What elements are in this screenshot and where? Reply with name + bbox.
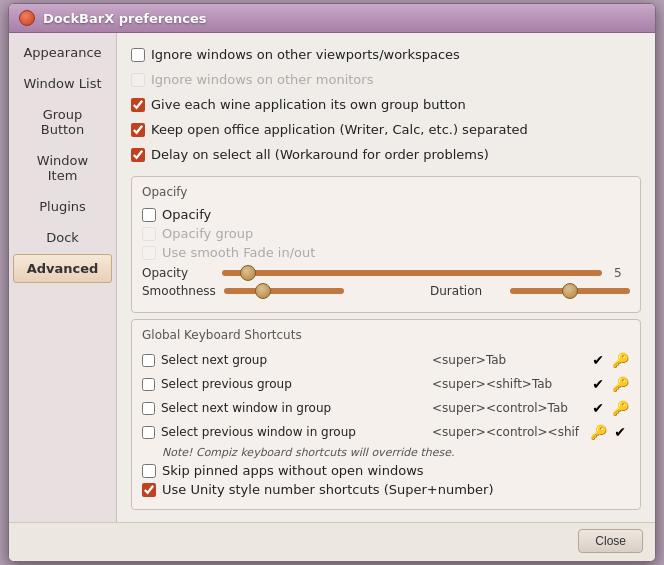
shortcut-key-1: <super><shift>Tab [432, 377, 582, 391]
shortcut-key-icon-3[interactable]: ✔️ [610, 422, 630, 442]
opacify-checkbox[interactable] [142, 208, 156, 222]
shortcut-key-2: <super><control>Tab [432, 401, 582, 415]
shortcut-row-0: Select next group <super>Tab ✔️ 🔑 [142, 348, 630, 372]
window-title: DockBarX preferences [43, 11, 206, 26]
delay-select-label: Delay on select all (Workaround for orde… [151, 147, 489, 162]
titlebar: DockBarX preferences [9, 4, 655, 33]
sidebar-item-window-list[interactable]: Window List [13, 69, 112, 98]
opacify-checkbox-row: Opacify [142, 205, 630, 224]
shortcut-desc-1: Select previous group [161, 377, 426, 391]
shortcut-checkbox-1[interactable] [142, 378, 155, 391]
duration-label: Duration [430, 284, 502, 298]
duration-slider[interactable] [510, 288, 630, 294]
opacity-slider[interactable] [222, 270, 602, 276]
wine-own-group-checkbox[interactable] [131, 98, 145, 112]
shortcut-check-icon-2[interactable]: ✔️ [588, 398, 608, 418]
shortcut-icons-3: 🔑 ✔️ [588, 422, 630, 442]
opacity-value: 5 [614, 266, 622, 280]
window-body: Appearance Window List Group Button Wind… [9, 33, 655, 522]
sidebar-item-group-button[interactable]: Group Button [13, 100, 112, 144]
keep-office-row: Keep open office application (Writer, Ca… [131, 120, 641, 139]
ignore-viewports-label: Ignore windows on other viewports/worksp… [151, 47, 460, 62]
opacify-group: Opacify Opacify Opacify group Use smooth… [131, 176, 641, 313]
preferences-window: DockBarX preferences Appearance Window L… [8, 3, 656, 562]
sidebar-item-window-item[interactable]: Window Item [13, 146, 112, 190]
smooth-fade-label: Use smooth Fade in/out [162, 245, 315, 260]
shortcut-check-icon-3[interactable]: 🔑 [588, 422, 608, 442]
ignore-monitors-label: Ignore windows on other monitors [151, 72, 373, 87]
shortcut-key-icon-1[interactable]: 🔑 [610, 374, 630, 394]
ignore-monitors-row: Ignore windows on other monitors [131, 70, 641, 89]
shortcut-checkbox-3[interactable] [142, 426, 155, 439]
sidebar: Appearance Window List Group Button Wind… [9, 33, 117, 522]
shortcut-icons-2: ✔️ 🔑 [588, 398, 630, 418]
ignore-monitors-checkbox [131, 73, 145, 87]
shortcut-checkbox-2[interactable] [142, 402, 155, 415]
shortcut-note: Note! Compiz keyboard shortcuts will ove… [142, 444, 630, 461]
shortcut-desc-0: Select next group [161, 353, 426, 367]
footer: Close [9, 522, 655, 561]
opacity-slider-row: Opacity 5 [142, 266, 630, 280]
sidebar-item-plugins[interactable]: Plugins [13, 192, 112, 221]
opacify-label: Opacify [162, 207, 211, 222]
opacify-group-label: Opacify [142, 185, 630, 199]
smoothness-slider[interactable] [224, 288, 344, 294]
ignore-viewports-row: Ignore windows on other viewports/worksp… [131, 45, 641, 64]
wine-own-group-row: Give each wine application its own group… [131, 95, 641, 114]
opacify-group-checkbox [142, 227, 156, 241]
wine-own-group-label: Give each wine application its own group… [151, 97, 466, 112]
shortcut-key-0: <super>Tab [432, 353, 582, 367]
skip-pinned-label: Skip pinned apps without open windows [162, 463, 424, 478]
unity-style-row: Use Unity style number shortcuts (Super+… [142, 480, 630, 499]
shortcut-check-icon-0[interactable]: ✔️ [588, 350, 608, 370]
shortcut-row-3: Select previous window in group <super><… [142, 420, 630, 444]
smooth-fade-checkbox [142, 246, 156, 260]
shortcut-checkbox-0[interactable] [142, 354, 155, 367]
unity-style-label: Use Unity style number shortcuts (Super+… [162, 482, 494, 497]
delay-select-row: Delay on select all (Workaround for orde… [131, 145, 641, 164]
skip-pinned-checkbox[interactable] [142, 464, 156, 478]
skip-pinned-row: Skip pinned apps without open windows [142, 461, 630, 480]
close-icon[interactable] [19, 10, 35, 26]
sidebar-item-dock[interactable]: Dock [13, 223, 112, 252]
ignore-viewports-checkbox[interactable] [131, 48, 145, 62]
smoothness-duration-row: Smoothness Duration [142, 284, 630, 298]
opacify-group-label2: Opacify group [162, 226, 253, 241]
close-button[interactable]: Close [578, 529, 643, 553]
keyboard-group-label: Global Keyboard Shortcuts [142, 328, 630, 342]
opacity-label: Opacity [142, 266, 214, 280]
shortcut-row-2: Select next window in group <super><cont… [142, 396, 630, 420]
delay-select-checkbox[interactable] [131, 148, 145, 162]
sidebar-item-advanced[interactable]: Advanced [13, 254, 112, 283]
shortcut-key-icon-2[interactable]: 🔑 [610, 398, 630, 418]
main-content: Ignore windows on other viewports/worksp… [117, 33, 655, 522]
keyboard-shortcuts-group: Global Keyboard Shortcuts Select next gr… [131, 319, 641, 510]
unity-style-checkbox[interactable] [142, 483, 156, 497]
shortcut-desc-2: Select next window in group [161, 401, 426, 415]
shortcut-icons-1: ✔️ 🔑 [588, 374, 630, 394]
sidebar-item-appearance[interactable]: Appearance [13, 38, 112, 67]
keep-office-checkbox[interactable] [131, 123, 145, 137]
shortcut-key-icon-0[interactable]: 🔑 [610, 350, 630, 370]
keep-office-label: Keep open office application (Writer, Ca… [151, 122, 528, 137]
shortcut-icons-0: ✔️ 🔑 [588, 350, 630, 370]
shortcut-key-3: <super><control><shif [432, 425, 582, 439]
shortcut-row-1: Select previous group <super><shift>Tab … [142, 372, 630, 396]
smoothness-label: Smoothness [142, 284, 216, 298]
shortcut-desc-3: Select previous window in group [161, 425, 426, 439]
smooth-fade-row: Use smooth Fade in/out [142, 243, 630, 262]
opacify-group-row: Opacify group [142, 224, 630, 243]
shortcut-check-icon-1[interactable]: ✔️ [588, 374, 608, 394]
